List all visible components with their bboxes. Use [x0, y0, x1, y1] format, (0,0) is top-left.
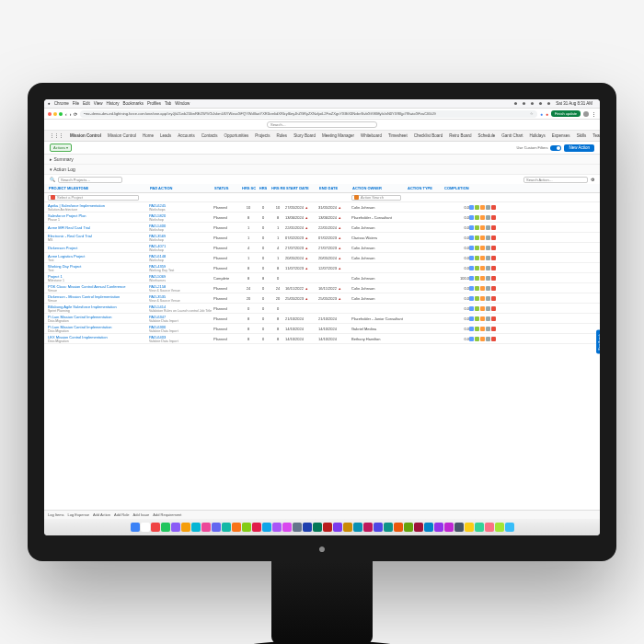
action-icon[interactable]	[486, 256, 490, 260]
action-icon[interactable]	[480, 246, 485, 250]
nav-tab[interactable]: Gantt Chart	[500, 133, 524, 138]
cell-project[interactable]: Working Day ProjectTest	[48, 264, 149, 272]
action-icon[interactable]	[480, 266, 485, 270]
toggle-switch[interactable]	[550, 145, 561, 151]
menu-view[interactable]: View	[94, 101, 103, 106]
col-start[interactable]: START DATE	[285, 186, 318, 190]
action-icon[interactable]	[475, 337, 479, 341]
summary-section-header[interactable]: ▸ Summary	[44, 155, 600, 165]
cell-owner[interactable]: Colin Johnson	[351, 286, 407, 291]
menu-history[interactable]: History	[106, 101, 119, 106]
app-launcher-icon[interactable]: ⋮⋮⋮	[48, 133, 65, 138]
minimize-icon[interactable]	[53, 112, 57, 116]
nav-tab[interactable]: Teams	[591, 133, 600, 138]
action-icon[interactable]	[469, 236, 474, 240]
dock-app-icon[interactable]	[293, 523, 302, 532]
cell-project[interactable]: Billabong Agile Salesforce Implementatio…	[48, 305, 149, 313]
nav-tab[interactable]: Retro Board	[447, 133, 473, 138]
dock-app-icon[interactable]	[444, 523, 454, 532]
dock-app-icon[interactable]	[252, 523, 261, 532]
dock-app-icon[interactable]	[191, 523, 201, 532]
owner-filter-select[interactable]: Action Search	[351, 195, 401, 201]
action-icon[interactable]	[486, 246, 490, 250]
action-icon[interactable]	[491, 337, 496, 341]
cell-action[interactable]: PAD-6245Workshops	[149, 203, 213, 212]
action-icon[interactable]	[469, 225, 474, 230]
new-action-button[interactable]: New Action	[564, 144, 594, 152]
menu-profiles[interactable]: Profiles	[147, 101, 161, 106]
cell-project[interactable]: Salesforce Project PlanPhase 1	[48, 213, 149, 222]
action-icon[interactable]	[491, 276, 496, 281]
action-icon[interactable]	[475, 236, 479, 240]
nav-tab[interactable]: Holidays	[528, 133, 547, 138]
dock-app-icon[interactable]	[262, 523, 271, 532]
maximize-icon[interactable]	[59, 112, 63, 116]
settings-icon[interactable]: ⚙	[591, 177, 594, 182]
dock-app-icon[interactable]	[424, 523, 433, 532]
dock-app-icon[interactable]	[394, 523, 403, 532]
action-search-input[interactable]	[523, 177, 588, 183]
dock-app-icon[interactable]	[323, 523, 332, 532]
table-row[interactable]: LEX Mission Control ImplementationData M…	[44, 334, 600, 344]
action-icon[interactable]	[480, 296, 485, 301]
app-name[interactable]: Chrome	[54, 101, 69, 106]
action-icon[interactable]	[486, 316, 490, 321]
cell-project[interactable]: Pi Lam Mission Control ImplementationDat…	[48, 325, 149, 333]
project-search-input[interactable]	[58, 177, 122, 183]
col-status[interactable]: STATUS	[213, 186, 241, 190]
status-icon[interactable]	[531, 102, 534, 105]
action-icon[interactable]	[475, 215, 479, 220]
dock-app-icon[interactable]	[141, 523, 150, 532]
cell-owner[interactable]: Colin Johnson	[351, 276, 407, 281]
action-icon[interactable]	[486, 205, 490, 210]
dock-app-icon[interactable]	[353, 523, 362, 532]
menu-window[interactable]: Window	[175, 101, 190, 106]
dock-app-icon[interactable]	[333, 523, 342, 532]
dock-app-icon[interactable]	[201, 523, 211, 532]
footer-add-action[interactable]: Add Action	[93, 512, 110, 517]
action-log-section-header[interactable]: ▾ Action Log	[44, 165, 600, 175]
profile-avatar[interactable]	[583, 111, 589, 117]
global-search-input[interactable]	[267, 121, 377, 128]
status-icon[interactable]	[514, 102, 517, 105]
battery-icon[interactable]	[547, 102, 550, 105]
cell-owner[interactable]: Clarissa Waters	[351, 236, 407, 240]
cell-action[interactable]: PAD-5400Workshop	[149, 224, 213, 232]
dock-app-icon[interactable]	[151, 523, 160, 532]
dock-app-icon[interactable]	[212, 523, 221, 532]
dock-app-icon[interactable]	[414, 523, 423, 532]
action-icon[interactable]	[480, 205, 485, 210]
col-type[interactable]: ACTION TYPE	[407, 186, 443, 190]
cell-project[interactable]: Dickenson - Mission Control Implementati…	[48, 294, 149, 303]
table-row[interactable]: Pi Lam Mission Control ImplementationDat…	[44, 324, 600, 334]
action-icon[interactable]	[475, 296, 479, 301]
nav-tab[interactable]: Expenses	[550, 133, 572, 138]
cell-action[interactable]: PAD-5069Wireframes	[149, 274, 213, 282]
dock-app-icon[interactable]	[384, 523, 393, 532]
cell-project[interactable]: LEX Mission Control ImplementationData M…	[48, 335, 149, 343]
wifi-icon[interactable]	[539, 102, 542, 105]
action-icon[interactable]	[480, 337, 485, 341]
back-button[interactable]: ‹	[65, 111, 67, 117]
footer-add-issue[interactable]: Add Issue	[133, 512, 150, 517]
dock-app-icon[interactable]	[475, 523, 484, 532]
cell-project[interactable]: Pi Lam Mission Control ImplementationDat…	[48, 315, 149, 323]
table-row[interactable]: Project 1Milestone 1 PAD-5069Wireframes …	[44, 273, 600, 283]
action-icon[interactable]	[469, 296, 474, 301]
dock-app-icon[interactable]	[181, 523, 190, 532]
col-owner[interactable]: ACTION OWNER	[351, 186, 407, 190]
action-icon[interactable]	[486, 306, 490, 311]
dock-app-icon[interactable]	[282, 523, 292, 532]
cell-action[interactable]: PAD-6347Validate Data Import	[149, 315, 213, 323]
table-row[interactable]: Billabong Agile Salesforce Implementatio…	[44, 304, 600, 314]
cell-action[interactable]: PAD-3569Workshop	[149, 234, 213, 242]
dock-app-icon[interactable]	[485, 523, 494, 532]
col-rem[interactable]: HRS REM	[270, 186, 285, 190]
action-icon[interactable]	[480, 215, 485, 220]
cell-owner[interactable]: Colin Johnson	[351, 225, 407, 230]
status-icon[interactable]	[523, 102, 525, 105]
action-icon[interactable]	[491, 286, 496, 291]
dock-app-icon[interactable]	[454, 523, 464, 532]
table-row[interactable]: Aprika | Salesforce ImplementationSoluti…	[44, 202, 600, 213]
action-icon[interactable]	[475, 286, 479, 291]
